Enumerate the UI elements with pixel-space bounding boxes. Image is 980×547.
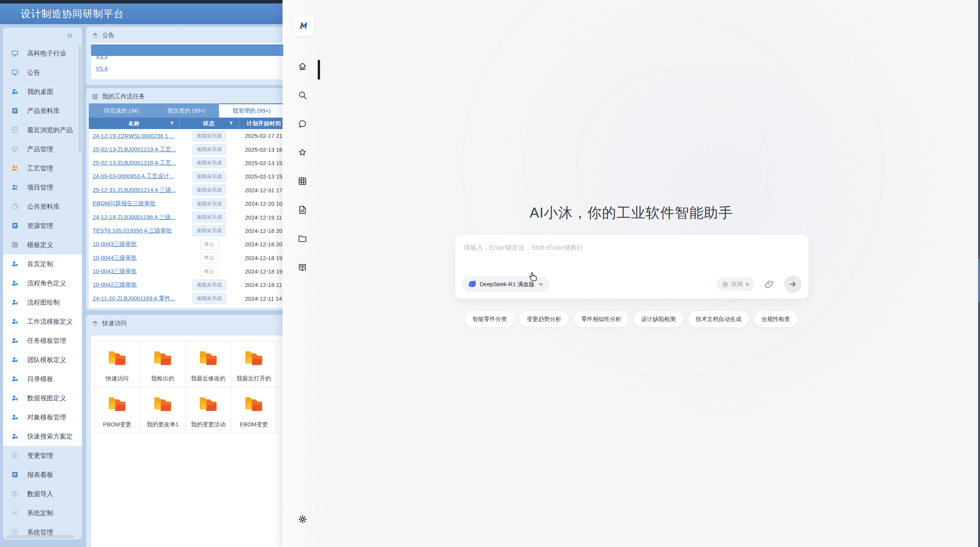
user-gear-icon <box>11 318 19 325</box>
book-icon[interactable] <box>297 262 307 272</box>
folder-icon <box>244 395 264 413</box>
suggestion-chip[interactable]: 设计缺陷检测 <box>634 311 683 327</box>
sidebar-item[interactable]: 流程角色定义 <box>3 274 82 293</box>
sidebar-item[interactable]: 团队模板定义 <box>3 350 82 369</box>
users-orange-icon <box>11 164 19 172</box>
task-name-link[interactable]: 24-09-03-0000953 A 工艺设计... <box>93 173 174 179</box>
sidebar-item[interactable]: 公告 <box>3 63 82 82</box>
sidebar-item[interactable]: 我的桌面 <box>3 82 82 101</box>
task-name-link[interactable]: 24-11-20-ZLBJ0001169 A 零件... <box>93 295 175 301</box>
folder-label: 我的更改单1 <box>140 421 185 428</box>
filter-icon[interactable] <box>229 121 234 126</box>
sidebar-item[interactable]: 首页定制 <box>3 254 82 274</box>
task-name-link[interactable]: EBOM问题报告三级审批 <box>93 200 155 206</box>
model-selector[interactable]: DeepSeek-R1 满血版 <box>462 276 550 292</box>
globe-icon <box>722 281 729 288</box>
home-icon[interactable] <box>297 61 307 71</box>
send-button[interactable] <box>784 275 802 293</box>
sidebar-item[interactable]: 产品资料库 <box>3 101 82 120</box>
task-name-link[interactable]: 25-12-31-ZLBJ0001214 A 三级... <box>93 187 176 193</box>
status-badge: 逾期未完成 <box>193 185 226 195</box>
task-row: 10-0042三级审批逾期未完成2024-12-18 11 <box>89 278 283 292</box>
task-name-link[interactable]: 10-0042三级审批 <box>93 281 137 288</box>
sidebar-item[interactable]: 数据视图定义 <box>3 388 82 408</box>
folder-icon[interactable] <box>297 234 307 244</box>
folder-icon <box>107 349 127 367</box>
task-name-link[interactable]: TEST8.105.019350 A 三级审批 <box>93 227 172 234</box>
suggestion-chip[interactable]: 智能零件分类 <box>465 311 514 327</box>
suggestion-chip[interactable]: 变更趋势分析 <box>519 311 568 327</box>
ai-scrollbar-thumb[interactable] <box>978 259 980 302</box>
web-search-label: 联网 <box>732 281 743 288</box>
folder-label: 我检出的 <box>140 375 185 382</box>
sidebar-item[interactable]: 流程图绘制 <box>3 293 82 312</box>
chat-input[interactable] <box>464 243 800 265</box>
task-name-link[interactable]: 25-02-13-ZLBJ0001219 A 工艺... <box>93 146 176 152</box>
attachment-button[interactable] <box>764 279 774 289</box>
sidebar-item[interactable]: 系统定制 <box>3 503 82 522</box>
task-name-link[interactable]: 25-02-13-ZLBJ0001218 A 工艺... <box>93 159 176 166</box>
search-icon[interactable] <box>297 90 307 100</box>
task-row: 25-12-31-ZLBJ0001214 A 三级...逾期未完成2024-12… <box>89 183 283 197</box>
quick-access-folder[interactable]: 我检出的 <box>140 341 186 387</box>
task-name-link[interactable]: 10-0044三级审批 <box>93 254 137 261</box>
model-name: DeepSeek-R1 满血版 <box>480 281 534 288</box>
sidebar-item-label: 流程角色定义 <box>27 279 66 288</box>
sidebar-vertical-scrollbar[interactable] <box>78 45 81 152</box>
task-name-link[interactable]: 10-0043三级审批 <box>93 241 137 247</box>
sidebar-item[interactable]: 对象模板管理 <box>3 408 82 427</box>
suggestion-chip[interactable]: 合规性检查 <box>754 311 797 327</box>
sidebar-item[interactable]: 最近浏览的产品 <box>3 120 82 139</box>
task-name-link[interactable]: 24-12-18-ZLBJ0001198 A 三级... <box>93 214 176 220</box>
chat-icon[interactable] <box>297 119 307 129</box>
quick-access-folder[interactable]: 我最近打开的 <box>231 341 277 387</box>
sidebar-item[interactable]: 模板定义 <box>3 235 82 254</box>
doc-blue-icon <box>11 222 19 229</box>
sidebar-item[interactable]: 快速搜索方案定 <box>3 427 82 446</box>
task-start-date: 2025-02-17 21 <box>239 133 283 139</box>
km-logo[interactable] <box>293 15 314 36</box>
settings-gear-icon[interactable] <box>297 514 308 524</box>
suggestion-chip[interactable]: 技术文档自动生成 <box>688 311 749 327</box>
suggestion-chip[interactable]: 零件相似性分析 <box>574 311 629 327</box>
sidebar-item-label: 流程图绘制 <box>27 298 60 307</box>
quick-access-folder[interactable]: 我的变更活动 <box>186 387 231 433</box>
tasks-tab[interactable]: 我负责的 (99+) <box>154 103 219 118</box>
folder-label: 我最近修改的 <box>186 375 231 382</box>
user-gear-icon <box>11 88 19 95</box>
announcement-link[interactable]: V3.4 <box>96 65 108 72</box>
quick-access-folder[interactable]: EBOM变更 <box>231 387 277 433</box>
sidebar-item[interactable]: 项目管理 <box>3 178 82 197</box>
sidebar-item[interactable]: 工艺管理 <box>3 159 82 178</box>
sidebar-item[interactable]: 数据导入 <box>3 484 82 503</box>
sidebar-item[interactable]: 报表看板 <box>3 465 82 484</box>
star-icon[interactable] <box>297 147 307 157</box>
quick-access-folder[interactable]: 快速访问 <box>95 341 140 387</box>
tasks-tab[interactable]: 待完成的 (34) <box>89 103 154 118</box>
filter-icon[interactable] <box>169 121 175 126</box>
quick-access-folder[interactable]: 我的更改单1 <box>140 387 186 433</box>
announcement-selected-row[interactable] <box>91 44 283 56</box>
task-name-link[interactable]: 24-12-19-ZZRWSL0000236 1 ... <box>93 133 175 139</box>
quick-access-folder[interactable]: PBOM变更 <box>95 387 140 433</box>
sidebar-item[interactable]: 任务模板管理 <box>3 331 82 350</box>
sidebar: « 高科电子行业公告我的桌面产品资料库最近浏览的产品产品管理工艺管理项目管理公共… <box>3 28 82 539</box>
sidebar-item[interactable]: 工作流模板定义 <box>3 312 82 331</box>
quick-access-folder[interactable]: 我最近修改的 <box>186 341 231 387</box>
sidebar-item[interactable]: 变更管理 <box>3 446 82 465</box>
task-name-link[interactable]: 10-0043三级审批 <box>93 268 137 274</box>
web-search-toggle[interactable]: 联网 <box>717 278 754 291</box>
user-gear-icon <box>11 432 19 440</box>
task-row: EBOM问题报告三级审批逾期未完成2024-12-20 10 <box>89 197 283 210</box>
folder-icon <box>244 349 264 367</box>
tasks-tab[interactable]: 我管理的 (99+) <box>219 103 283 118</box>
grid-icon[interactable] <box>297 176 307 186</box>
sidebar-item[interactable]: 产品管理 <box>3 139 82 159</box>
sidebar-item[interactable]: 公共资料库 <box>3 197 82 216</box>
sidebar-item[interactable]: 目录模板 <box>3 369 82 388</box>
sidebar-item[interactable]: 高科电子行业 <box>3 44 82 63</box>
status-badge: 逾期未完成 <box>193 225 226 236</box>
sidebar-item[interactable]: 资源管理 <box>3 216 82 235</box>
sidebar-collapse-button[interactable]: « <box>67 29 73 41</box>
sidebar-horizontal-scrollbar[interactable] <box>6 535 74 538</box>
